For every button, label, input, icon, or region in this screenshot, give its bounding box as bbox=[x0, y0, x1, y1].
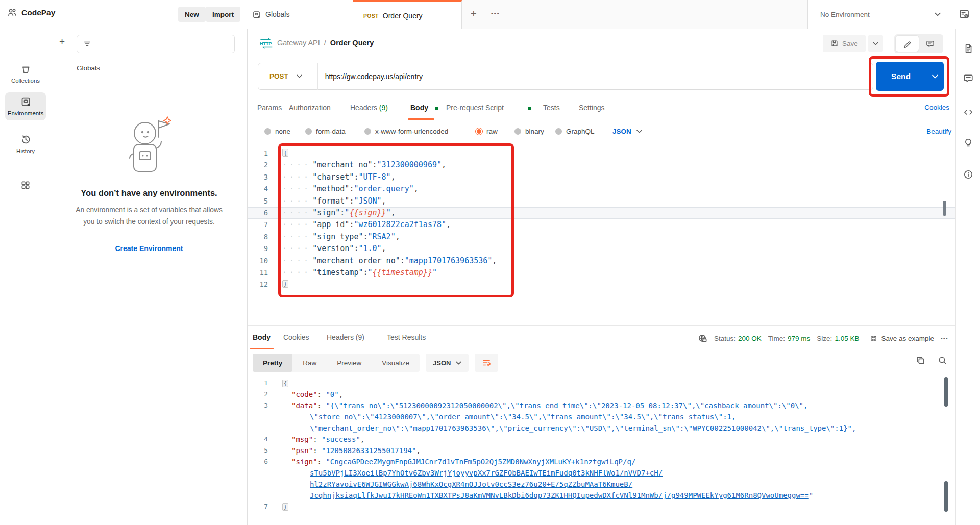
code-line[interactable]: 4····"method":"order.query", bbox=[248, 183, 955, 195]
code-line[interactable]: 12} bbox=[248, 279, 955, 290]
sidebar-item-history[interactable]: History bbox=[5, 130, 46, 158]
code-line[interactable]: 6"sign": "CngcaGPDeeZMygmFnpGJMJCnr7d1vT… bbox=[248, 456, 955, 467]
filter-input[interactable] bbox=[77, 35, 235, 53]
save-as-example-button[interactable]: Save as example bbox=[870, 335, 934, 342]
code-line[interactable]: 8····"sign_type":"RSA2", bbox=[248, 231, 955, 243]
save-button[interactable]: Save bbox=[823, 35, 866, 52]
cookies-link[interactable]: Cookies bbox=[924, 104, 949, 111]
code-line[interactable]: 10····"merchant_order_no":"mapp170176396… bbox=[248, 255, 955, 267]
response-tab-test-results[interactable]: Test Results bbox=[387, 333, 426, 341]
code-snippet-icon[interactable] bbox=[963, 107, 973, 117]
comments-icon[interactable] bbox=[963, 73, 973, 83]
tab-tests[interactable]: Tests bbox=[543, 104, 560, 112]
new-tab-button[interactable]: + bbox=[471, 8, 477, 20]
tab-options-icon[interactable]: ••• bbox=[491, 10, 500, 16]
url-input[interactable]: https://gw.codepay.us/api/entry bbox=[318, 72, 423, 81]
comments-button[interactable] bbox=[919, 36, 942, 52]
time-value[interactable]: 979 ms bbox=[788, 335, 810, 342]
code-line[interactable]: 7} bbox=[248, 501, 955, 512]
environment-selector[interactable]: No Environment bbox=[807, 0, 949, 29]
send-button[interactable]: Send bbox=[876, 62, 944, 91]
radio-none[interactable]: none bbox=[264, 128, 290, 135]
add-environment-button[interactable]: + bbox=[59, 36, 65, 47]
tab-pre-request-script[interactable]: Pre-request Script bbox=[446, 104, 504, 112]
tab-order-query[interactable]: POST Order Query bbox=[353, 0, 462, 30]
code-line[interactable]: 3····"charset":"UTF-8", bbox=[248, 171, 955, 183]
code-line[interactable]: 1{ bbox=[248, 378, 955, 389]
copy-icon[interactable] bbox=[916, 356, 925, 365]
method-selector[interactable]: POST bbox=[258, 72, 317, 80]
edit-mode-button[interactable] bbox=[896, 36, 919, 52]
workspace-switcher[interactable]: CodePay bbox=[7, 8, 55, 17]
code-line[interactable]: \"merchant_order_no\":\"mapp170176396353… bbox=[248, 422, 955, 434]
raw-type-dropdown[interactable]: JSON bbox=[612, 128, 642, 135]
code-line[interactable]: 7····"app_id":"wz6012822ca2f1as78", bbox=[248, 219, 955, 231]
radio-graphql[interactable]: GraphQL bbox=[555, 128, 595, 135]
code-line[interactable]: hl2zRYavoivE6WJGIWGGkwAj68WhKxOcgXR4nOJJ… bbox=[248, 479, 955, 490]
search-icon[interactable] bbox=[938, 356, 947, 365]
code-line[interactable]: 4"msg": "success", bbox=[248, 434, 955, 445]
wrap-text-button[interactable] bbox=[475, 354, 498, 372]
tab-params[interactable]: Params bbox=[257, 104, 282, 112]
code-line[interactable]: 9····"version":"1.0", bbox=[248, 243, 955, 255]
sidebar-item-environments[interactable]: Environments bbox=[5, 92, 46, 120]
list-item-globals[interactable]: Globals bbox=[51, 60, 247, 76]
beautify-link[interactable]: Beautify bbox=[926, 128, 951, 135]
save-options-button[interactable] bbox=[868, 35, 883, 52]
breadcrumb-collection[interactable]: Gateway API bbox=[277, 39, 320, 47]
sidebar-item-collections[interactable]: Collections bbox=[5, 60, 46, 88]
radio-binary[interactable]: binary bbox=[514, 128, 544, 135]
response-tab-cookies[interactable]: Cookies bbox=[283, 333, 309, 341]
scrollbar-thumb[interactable] bbox=[943, 201, 946, 216]
scrollbar-thumb[interactable] bbox=[944, 481, 948, 512]
documentation-icon[interactable] bbox=[963, 43, 973, 54]
new-button[interactable]: New bbox=[178, 7, 206, 22]
response-tab-headers[interactable]: Headers (9) bbox=[327, 333, 364, 341]
send-options-chevron-icon[interactable] bbox=[926, 62, 944, 91]
create-environment-link[interactable]: Create Environment bbox=[115, 244, 183, 253]
tab-globals[interactable]: Globals bbox=[243, 0, 353, 29]
response-options-icon[interactable]: ••• bbox=[941, 336, 948, 341]
view-preview[interactable]: Preview bbox=[327, 354, 372, 372]
fold-marker-icon[interactable]: { bbox=[282, 380, 288, 387]
tab-authorization[interactable]: Authorization bbox=[289, 104, 331, 112]
fold-marker-icon[interactable]: { bbox=[282, 149, 288, 157]
environment-quick-look-icon[interactable] bbox=[959, 9, 970, 20]
code-line[interactable]: 11····"timestamp":"{{timestamp}}" bbox=[248, 267, 955, 279]
response-tab-body[interactable]: Body bbox=[253, 333, 271, 341]
view-pretty[interactable]: Pretty bbox=[253, 354, 292, 372]
import-button[interactable]: Import bbox=[206, 7, 240, 22]
code-line[interactable]: 1{ bbox=[248, 147, 955, 159]
tab-headers[interactable]: Headers (9) bbox=[350, 104, 388, 112]
tip-lightbulb-icon[interactable] bbox=[963, 138, 973, 148]
breadcrumb-request-name[interactable]: Order Query bbox=[330, 39, 374, 47]
request-body-editor[interactable]: 1{2····"merchant_no":"312300000969",3···… bbox=[248, 144, 955, 325]
radio-x-www-form-urlencoded[interactable]: x-www-form-urlencoded bbox=[364, 128, 448, 135]
code-line[interactable]: 6····"sign":"{{sign}}", bbox=[248, 207, 955, 219]
send-label: Send bbox=[876, 62, 926, 91]
code-line[interactable]: 5····"format":"JSON", bbox=[248, 195, 955, 207]
fold-marker-icon[interactable]: } bbox=[282, 503, 288, 511]
fold-marker-icon[interactable]: } bbox=[282, 280, 288, 288]
radio-form-data[interactable]: form-data bbox=[305, 128, 346, 135]
view-raw[interactable]: Raw bbox=[292, 354, 327, 372]
code-line[interactable]: \"store_no\":\"4123000007\",\"order_amou… bbox=[248, 411, 955, 422]
info-icon[interactable] bbox=[963, 169, 973, 180]
tab-settings[interactable]: Settings bbox=[579, 104, 605, 112]
scrollbar-thumb[interactable] bbox=[944, 377, 948, 407]
globe-lock-icon[interactable] bbox=[698, 334, 707, 343]
code-line[interactable]: 5"psn": "12050826331255017194", bbox=[248, 445, 955, 456]
code-line[interactable]: 3"data": "{\"trans_no\":\"51230000092312… bbox=[248, 400, 955, 411]
response-type-dropdown[interactable]: JSON bbox=[426, 354, 468, 372]
tab-body[interactable]: Body bbox=[410, 104, 428, 112]
code-line[interactable]: JcqhnjksiaqLlfkJwuI7kHREoWn1TXBXTPsJ8aKm… bbox=[248, 490, 955, 501]
response-body-editor[interactable]: 1{2"code": "0",3"data": "{\"trans_no\":\… bbox=[248, 375, 955, 525]
code-line[interactable]: sTu5bVPjLI3XoeilBp7YhOtv6Zbv3WrjYjoyyvpX… bbox=[248, 467, 955, 479]
code-line[interactable]: 2····"merchant_no":"312300000969", bbox=[248, 159, 955, 171]
status-value[interactable]: 200 OK bbox=[738, 335, 762, 342]
size-value[interactable]: 1.05 KB bbox=[835, 335, 859, 342]
radio-raw[interactable]: raw bbox=[476, 128, 498, 135]
code-line[interactable]: 2"code": "0", bbox=[248, 389, 955, 400]
more-tools-grid-icon[interactable] bbox=[20, 180, 31, 190]
view-visualize[interactable]: Visualize bbox=[372, 354, 420, 372]
